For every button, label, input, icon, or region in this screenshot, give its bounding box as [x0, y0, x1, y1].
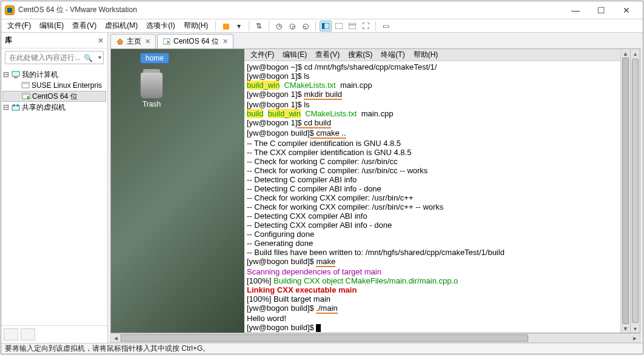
- menu-help[interactable]: 帮助(H): [180, 19, 212, 32]
- main-scroll-down-icon[interactable]: ▾: [631, 324, 640, 333]
- hscroll-left-icon[interactable]: ◂: [111, 334, 121, 342]
- term-menu-file[interactable]: 文件(F): [247, 50, 278, 59]
- terminal-output[interactable]: [yw@bogon ~]$ cd /mnt/hgfs/shared/cpp/cm…: [244, 61, 620, 333]
- statusbar: 要将输入定向到该虚拟机，请将鼠标指针移入其中或按 Ctrl+G。: [1, 343, 643, 354]
- library-tree: ⊟ 我的计算机 SUSE Linux Enterpris CentOS 64 位…: [1, 67, 107, 325]
- tree-root-shared[interactable]: ⊟ 共享的虚拟机: [2, 102, 106, 113]
- vm-running-icon: [21, 92, 31, 101]
- view-single-icon[interactable]: [333, 21, 345, 32]
- minimize-button[interactable]: —: [563, 2, 588, 19]
- menu-tabs[interactable]: 选项卡(I): [143, 19, 178, 32]
- term-menu-search[interactable]: 搜索(S): [344, 50, 376, 59]
- home-icon: [116, 38, 124, 45]
- snapshot-back-icon[interactable]: ◶: [286, 21, 298, 32]
- svg-rect-5: [12, 71, 19, 76]
- snapshot-icon[interactable]: ◷: [273, 21, 285, 32]
- sidebar-title: 库: [5, 35, 98, 45]
- terminal-menubar: 文件(F) 编辑(E) 查看(V) 搜索(S) 终端(T) 帮助(H): [244, 49, 620, 61]
- tab-home[interactable]: 主页 ✕: [110, 34, 156, 48]
- terminal-window[interactable]: 文件(F) 编辑(E) 查看(V) 搜索(S) 终端(T) 帮助(H) [yw@…: [244, 49, 620, 333]
- svg-rect-6: [14, 77, 18, 78]
- svg-point-14: [16, 104, 19, 107]
- view-thumb-icon[interactable]: [320, 21, 332, 32]
- close-button[interactable]: ✕: [614, 2, 639, 19]
- scroll-up-icon[interactable]: ▲: [621, 49, 630, 58]
- view-fullscreen-icon[interactable]: [346, 21, 358, 32]
- menu-edit[interactable]: 编辑(E): [36, 19, 67, 32]
- svg-point-13: [13, 104, 15, 107]
- menu-file[interactable]: 文件(F): [4, 19, 35, 32]
- sidebar-close-icon[interactable]: ✕: [98, 36, 104, 45]
- menu-vm[interactable]: 虚拟机(M): [101, 19, 141, 32]
- tree-item-suse[interactable]: SUSE Linux Enterpris: [2, 80, 106, 91]
- tree-item-centos[interactable]: CentOS 64 位: [2, 91, 106, 102]
- term-menu-view[interactable]: 查看(V): [312, 50, 343, 59]
- view-console-icon[interactable]: ▭: [380, 21, 392, 32]
- term-menu-terminal[interactable]: 终端(T): [377, 50, 408, 59]
- svg-rect-3: [349, 23, 356, 29]
- view-unity-icon[interactable]: ⛶: [360, 21, 372, 32]
- svg-rect-2: [335, 23, 343, 29]
- main-scroll-thumb[interactable]: [632, 59, 639, 323]
- tab-home-close-icon[interactable]: ✕: [145, 38, 150, 45]
- titlebar: CentOS 64 位 - VMware Workstation — ☐ ✕: [1, 1, 643, 19]
- pause-icon[interactable]: ▮▮: [220, 21, 232, 32]
- tabbar: 主页 ✕ CentOS 64 位 ✕: [108, 33, 643, 48]
- main-hscrollbar[interactable]: ◂ ▸: [110, 333, 640, 343]
- vm-console[interactable]: home Trash 文件(F) 编辑(E) 查看(V) 搜索(S) 终端(T)…: [110, 48, 640, 333]
- vm-tab-icon: [163, 38, 171, 45]
- scroll-down-icon[interactable]: ▼: [621, 324, 630, 333]
- tab-centos-close-icon[interactable]: ✕: [223, 38, 228, 45]
- app-icon: [5, 5, 15, 15]
- hscroll-right-icon[interactable]: ▸: [630, 334, 640, 342]
- svg-marker-15: [117, 39, 123, 44]
- sidebar-tool-1[interactable]: [4, 328, 18, 340]
- computer-icon: [11, 70, 21, 79]
- status-text: 要将输入定向到该虚拟机，请将鼠标指针移入其中或按 Ctrl+G。: [5, 343, 210, 354]
- sidebar-bottom-toolbar: [1, 325, 107, 343]
- guest-desktop[interactable]: home Trash: [111, 49, 244, 333]
- sidebar-tool-2[interactable]: [21, 328, 35, 340]
- window-title: CentOS 64 位 - VMware Workstation: [18, 5, 563, 15]
- svg-rect-16: [163, 39, 170, 44]
- main-vscrollbar[interactable]: ▴ ▾: [630, 49, 640, 333]
- cursor: [316, 324, 321, 332]
- svg-rect-10: [22, 93, 30, 95]
- send-icon[interactable]: ⇅: [253, 21, 265, 32]
- tab-centos[interactable]: CentOS 64 位 ✕: [157, 34, 233, 48]
- trash-icon[interactable]: Trash: [140, 72, 163, 108]
- vm-icon: [21, 81, 30, 90]
- library-sidebar: 库 ✕ 🔍 ▾ ⊟ 我的计算机 SUSE Linux Enterpris Cen…: [1, 33, 108, 343]
- snapshot-manage-icon[interactable]: ◵: [300, 21, 312, 32]
- main-scroll-up-icon[interactable]: ▴: [631, 49, 640, 58]
- svg-rect-1: [322, 23, 324, 29]
- home-button[interactable]: home: [140, 53, 169, 64]
- search-icon: 🔍: [84, 54, 93, 62]
- shared-icon: [11, 103, 21, 111]
- maximize-button[interactable]: ☐: [588, 2, 614, 19]
- term-menu-edit[interactable]: 编辑(E): [279, 50, 310, 59]
- menu-view[interactable]: 查看(V): [69, 19, 100, 32]
- search-dropdown-icon[interactable]: ▾: [98, 54, 101, 61]
- dropdown-icon[interactable]: ▾: [233, 21, 245, 32]
- terminal-scrollbar[interactable]: ▲ ▼: [620, 49, 630, 333]
- svg-rect-8: [22, 82, 29, 84]
- menubar: 文件(F) 编辑(E) 查看(V) 虚拟机(M) 选项卡(I) 帮助(H) ▮▮…: [1, 19, 643, 33]
- scroll-thumb[interactable]: [622, 58, 629, 324]
- term-menu-help[interactable]: 帮助(H): [410, 50, 442, 59]
- hscroll-thumb[interactable]: [121, 334, 528, 342]
- tree-root-mycomputer[interactable]: ⊟ 我的计算机: [2, 69, 106, 80]
